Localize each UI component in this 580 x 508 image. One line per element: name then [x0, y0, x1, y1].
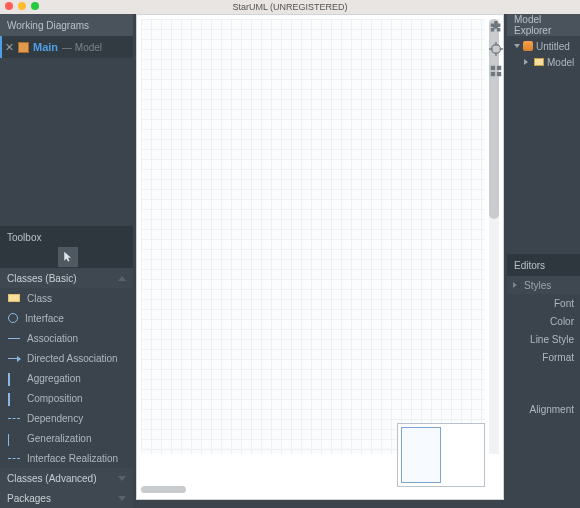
working-diagram-context: — Model [62, 42, 102, 53]
section-label: Classes (Advanced) [7, 473, 96, 484]
toolbox-item-composition[interactable]: Composition [0, 388, 133, 408]
svg-rect-3 [491, 72, 495, 76]
editors-styles-section[interactable]: Styles [507, 276, 580, 294]
section-classes-advanced[interactable]: Classes (Advanced) [0, 468, 133, 488]
app-title: StarUML (UNREGISTERED) [232, 2, 347, 12]
working-diagrams-header: Working Diagrams [0, 14, 133, 36]
window-controls [5, 2, 39, 10]
chevron-down-icon [118, 496, 126, 501]
section-label: Packages [7, 493, 51, 504]
chevron-down-icon [118, 476, 126, 481]
tree-item-root[interactable]: Untitled [511, 38, 576, 54]
tree-label: Untitled [536, 41, 570, 52]
tree-label: Model [547, 57, 574, 68]
toolbox-basic-list: Class Interface Association Directed Ass… [0, 288, 133, 468]
expand-right-icon [513, 282, 520, 288]
toolbox-item-label: Composition [27, 393, 83, 404]
canvas-tool-overlay [487, 18, 507, 80]
interface-icon [8, 313, 18, 323]
toolbox-item-directed-association[interactable]: Directed Association [0, 348, 133, 368]
extension-icon[interactable] [487, 18, 505, 36]
svg-point-0 [492, 45, 501, 54]
diagram-icon [18, 42, 29, 53]
editors-styles-label: Styles [524, 280, 551, 291]
section-label: Classes (Basic) [7, 273, 76, 284]
association-icon [8, 338, 20, 339]
editor-item-label: Alignment [530, 404, 574, 415]
toolbox-selection-row [0, 248, 133, 268]
dependency-icon [8, 418, 20, 419]
cursor-icon [62, 251, 74, 263]
vertical-scrollbar[interactable] [489, 19, 499, 454]
toolbox-item-label: Association [27, 333, 78, 344]
titlebar: StarUML (UNREGISTERED) [0, 0, 580, 14]
section-packages[interactable]: Packages [0, 488, 133, 508]
toolbox-item-label: Directed Association [27, 353, 118, 364]
editor-item-format[interactable]: Format [507, 348, 580, 366]
canvas-grid[interactable] [141, 19, 485, 454]
target-icon[interactable] [487, 40, 505, 58]
model-explorer-tree: Untitled Model [507, 36, 580, 72]
toolbox-item-label: Class [27, 293, 52, 304]
svg-rect-1 [491, 66, 495, 70]
horizontal-scroll-thumb[interactable] [141, 486, 186, 493]
chevron-up-icon [118, 276, 126, 281]
zoom-window-icon[interactable] [31, 2, 39, 10]
svg-rect-2 [497, 66, 501, 70]
toolbox-item-aggregation[interactable]: Aggregation [0, 368, 133, 388]
working-diagram-name: Main [33, 41, 58, 53]
close-icon[interactable] [6, 43, 14, 51]
editor-item-label: Color [550, 316, 574, 327]
toolbox-item-interface[interactable]: Interface [0, 308, 133, 328]
section-classes-basic[interactable]: Classes (Basic) [0, 268, 133, 288]
toolbox-item-class[interactable]: Class [0, 288, 133, 308]
interface-realization-icon [8, 458, 20, 459]
expand-right-icon[interactable] [524, 59, 531, 65]
editor-item-line-style[interactable]: Line Style [507, 330, 580, 348]
toolbox-item-label: Interface Realization [27, 453, 118, 464]
editor-item-color[interactable]: Color [507, 312, 580, 330]
toolbox-item-interface-realization[interactable]: Interface Realization [0, 448, 133, 468]
left-panel: Working Diagrams Main — Model Toolbox Cl… [0, 14, 133, 508]
minimize-window-icon[interactable] [18, 2, 26, 10]
directed-association-icon [8, 358, 20, 359]
editor-item-label: Line Style [530, 334, 574, 345]
svg-rect-4 [497, 72, 501, 76]
expand-down-icon[interactable] [514, 44, 520, 48]
model-icon [534, 58, 544, 66]
toolbox-item-association[interactable]: Association [0, 328, 133, 348]
minimap[interactable] [397, 423, 485, 487]
toolbox-item-label: Interface [25, 313, 64, 324]
working-diagram-item[interactable]: Main — Model [0, 36, 133, 58]
canvas[interactable] [136, 14, 504, 500]
tree-item-model[interactable]: Model [511, 54, 576, 70]
selection-tool-button[interactable] [58, 247, 78, 267]
aggregation-icon [8, 373, 10, 386]
editors-header: Editors [507, 254, 580, 276]
toolbox-item-generalization[interactable]: Generalization [0, 428, 133, 448]
generalization-icon [8, 434, 9, 446]
grid-icon[interactable] [487, 62, 505, 80]
editor-item-label: Format [542, 352, 574, 363]
composition-icon [8, 393, 10, 406]
editor-item-alignment[interactable]: Alignment [507, 400, 580, 418]
editor-item-font[interactable]: Font [507, 294, 580, 312]
canvas-area [133, 14, 507, 508]
project-icon [523, 41, 533, 51]
editor-item-label: Font [554, 298, 574, 309]
toolbox-item-label: Dependency [27, 413, 83, 424]
close-window-icon[interactable] [5, 2, 13, 10]
class-icon [8, 294, 20, 302]
model-explorer-header: Model Explorer [507, 14, 580, 36]
minimap-viewport[interactable] [401, 427, 441, 483]
toolbox-header: Toolbox [0, 226, 133, 248]
toolbox-item-dependency[interactable]: Dependency [0, 408, 133, 428]
toolbox-item-label: Generalization [27, 433, 91, 444]
toolbox-item-label: Aggregation [27, 373, 81, 384]
right-panel: Model Explorer Untitled Model Editors St… [507, 14, 580, 508]
